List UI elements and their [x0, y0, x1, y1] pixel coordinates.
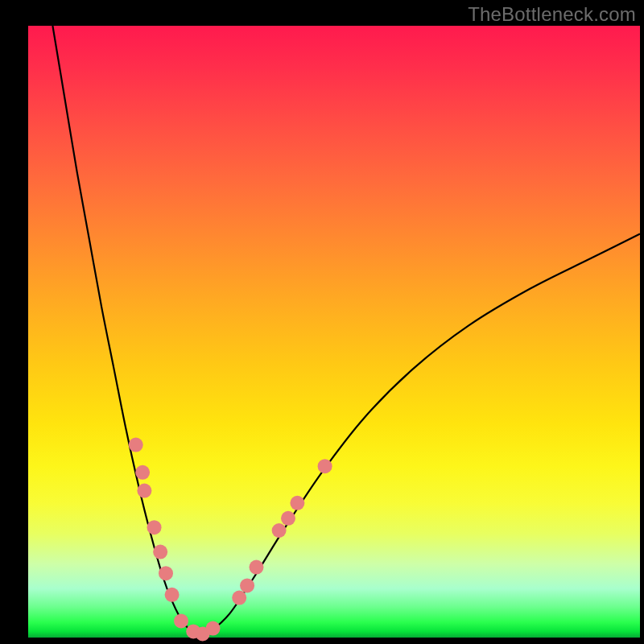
data-dot [137, 484, 151, 498]
data-dot [153, 545, 167, 559]
data-dot [249, 560, 263, 575]
watermark-text: TheBottleneck.com [468, 3, 636, 26]
data-dot [281, 511, 295, 526]
data-dot [174, 613, 188, 628]
data-dot [129, 438, 143, 452]
data-dot [165, 588, 180, 602]
data-dot [240, 578, 254, 592]
chart-plot-area [28, 26, 640, 638]
data-dot [290, 496, 304, 510]
data-dot [206, 621, 221, 636]
bottleneck-curve [52, 26, 640, 634]
data-dots [129, 438, 332, 642]
data-dot [318, 459, 332, 473]
chart-frame: TheBottleneck.com [0, 0, 644, 644]
data-dot [159, 566, 173, 580]
chart-svg [28, 26, 640, 638]
data-dot [272, 523, 287, 538]
data-dot [147, 520, 162, 535]
data-dot [232, 591, 246, 605]
data-dot [135, 465, 150, 480]
